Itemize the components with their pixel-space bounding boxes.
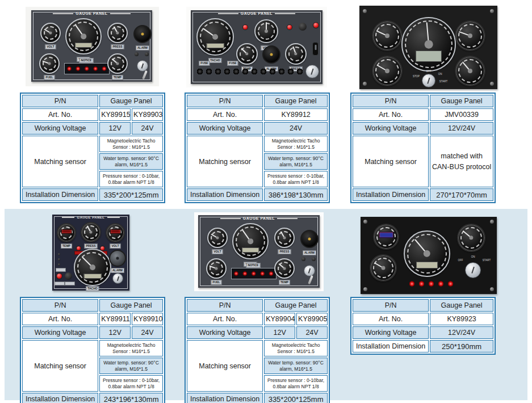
screw xyxy=(490,220,494,224)
small-tag xyxy=(55,282,65,286)
key-switch xyxy=(422,74,435,87)
sensor-value: Pressure sensor : 0-10bar, 0.8bar alarm … xyxy=(99,375,163,392)
product-photo-6: OFF ON START xyxy=(361,217,497,294)
fuel-gauge xyxy=(370,254,397,282)
sensor-value: Magnetoelectric Tacho Sensor : M16*1.5 xyxy=(99,136,163,152)
indicator-lamp xyxy=(243,25,248,30)
alarm-buzzer xyxy=(300,230,319,248)
alarm-lamp xyxy=(313,23,319,28)
alarm-buzzer xyxy=(109,250,126,267)
indicator xyxy=(58,253,60,255)
sensor-value: Pressure sensor : 0-10bar, 0.8bar alarm … xyxy=(264,171,328,187)
tacho-label: TACHO xyxy=(86,286,99,291)
temp-label: TEMP xyxy=(112,75,123,80)
dimension-label: Installation Dimension xyxy=(187,393,263,403)
tacho-label: TACHO xyxy=(208,58,221,63)
indicator-lamp xyxy=(77,246,81,250)
tacho-gauge xyxy=(404,230,450,277)
voltage-label: Working Voltage xyxy=(22,326,98,339)
press-gauge xyxy=(285,43,307,65)
key-switch xyxy=(305,65,319,78)
sensor-label: Matching sensor xyxy=(22,340,98,392)
screw xyxy=(363,287,367,291)
knob xyxy=(135,52,139,56)
fuse-label: FUSE xyxy=(199,61,210,66)
key-position-off: OFF xyxy=(458,259,463,262)
product-photo-3: STOP OFF ON START xyxy=(359,6,497,89)
pn-label: P/N xyxy=(22,299,98,312)
dimension-label: Installation Dimension xyxy=(22,188,98,201)
volt-label: VOLT xyxy=(212,249,223,254)
spec-table-1: P/NGauge Panel Art. No.KY89915KY89903 Wo… xyxy=(20,93,165,203)
key-position-off: OFF xyxy=(426,70,432,73)
pn-label: P/N xyxy=(22,95,98,107)
art-value: KY89912 xyxy=(264,108,328,121)
product-photo-4: GAUGE PANEL TEMP PRESS VOLT TACHO ALARM xyxy=(52,215,129,291)
sensor-value: Water temp. sensor: 90°C alarm, M16*1.5 xyxy=(99,153,163,170)
volt-gauge xyxy=(106,223,125,242)
key-switch xyxy=(112,273,123,284)
screw xyxy=(490,82,494,86)
voltage-value: 12V xyxy=(99,326,131,339)
dimension-label: Installation Dimension xyxy=(353,340,429,352)
indicator xyxy=(58,258,60,261)
panel-title: GAUGE PANEL xyxy=(31,11,152,15)
press-label: PRESS xyxy=(85,244,98,249)
pn-value: Gauge Panel xyxy=(430,95,493,107)
sensor-label: Matching sensor xyxy=(187,136,263,187)
temp-gauge xyxy=(274,258,295,279)
voltage-label: Working Voltage xyxy=(353,326,429,339)
key-position-on: ON xyxy=(438,73,442,75)
art-label: Art. No. xyxy=(353,313,429,325)
catalog-page: GAUGE PANEL VOLT TACHO PRESS ALARM FUEL … xyxy=(0,0,532,403)
knob xyxy=(301,257,305,261)
small-tag xyxy=(65,282,75,286)
panel-knob xyxy=(299,23,307,31)
art-label: Art. No. xyxy=(187,108,263,121)
spec-table-3: P/NGauge Panel Art. No.JMV00339 Working … xyxy=(350,93,496,203)
dimension-value: 335*200*125mm xyxy=(264,393,328,403)
dimension-label: Installation Dimension xyxy=(187,188,263,201)
pn-label: P/N xyxy=(353,95,429,107)
key xyxy=(308,275,313,284)
art-value: KY89915 xyxy=(99,108,131,121)
screw xyxy=(363,82,367,86)
screw xyxy=(363,9,367,13)
spec-table-5: P/NGauge Panel Art. No.KY89904KY89905 Wo… xyxy=(185,297,330,403)
voltage-value: 12V/24V xyxy=(430,122,493,135)
notice-lamps xyxy=(64,63,110,74)
temp-label: TEMP xyxy=(61,244,72,249)
voltage-value: 12V xyxy=(264,326,295,339)
voltage-value: 24V xyxy=(296,326,328,339)
toggle-switch xyxy=(312,42,319,56)
sensor-label: Matching sensor xyxy=(187,340,263,392)
voltage-value: 12V/24V xyxy=(430,326,493,339)
sensor-value: Magnetoelectric Tacho Sensor : M16*1.5 xyxy=(264,136,328,152)
spec-table-6: P/NGauge Panel Art. No.KY89923 Working V… xyxy=(350,297,496,355)
key-switch xyxy=(465,262,481,278)
art-label: Art. No. xyxy=(22,313,98,325)
indicator-lamp xyxy=(287,25,292,30)
fuse-label: FUSE xyxy=(227,61,238,66)
dimension-value: 250*190mm xyxy=(430,340,493,352)
alarm-label: ALARM xyxy=(136,45,149,51)
volt-label: VOLT xyxy=(45,44,56,49)
gauge-panel-face: GAUGE PANEL TACHO VOLT TEMP ALARM PRESS … xyxy=(191,10,322,84)
alarm-label: ALARM xyxy=(303,250,316,255)
dimension-value: 243*196*130mm xyxy=(99,393,163,403)
voltage-value: 24V xyxy=(264,122,328,135)
panel-title: GAUGE PANEL xyxy=(191,11,322,15)
dimension-label: Installation Dimension xyxy=(353,188,429,201)
screw xyxy=(490,9,494,13)
sensor-value: Magnetoelectric Tacho Sensor : M16*1.5 xyxy=(264,340,328,356)
screw xyxy=(490,287,494,291)
key xyxy=(142,70,148,79)
key-position-start: START xyxy=(483,259,491,262)
push-button xyxy=(57,274,62,279)
panel-title-text: GAUGE PANEL xyxy=(241,11,273,15)
dimmer-knob xyxy=(65,272,72,280)
alarm-buzzer xyxy=(262,45,280,64)
temp-gauge xyxy=(236,43,258,65)
sensor-value: Water temp. sensor: 90°C alarm, M16*1.5 xyxy=(264,358,328,374)
dimension-label: Installation Dimension xyxy=(22,393,98,403)
